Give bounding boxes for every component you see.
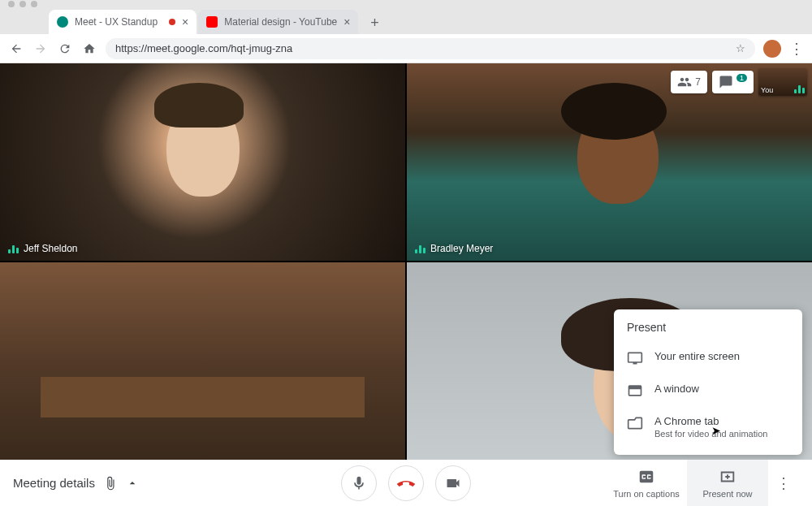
browser-tab[interactable]: Material design - YouTube × — [198, 10, 358, 34]
monitor-icon — [627, 350, 643, 366]
camera-icon — [445, 475, 461, 491]
present-option-entire-screen[interactable]: Your entire screen — [614, 342, 802, 374]
present-now-button[interactable]: Present now — [687, 460, 768, 506]
people-icon — [677, 75, 692, 89]
tab-icon — [627, 415, 643, 431]
present-option-window[interactable]: A window — [614, 374, 802, 407]
hangup-icon — [396, 474, 416, 493]
address-bar[interactable]: https://meet.google.com/hqt-jmug-zna ☆ — [106, 38, 755, 59]
participant-tile[interactable]: Jeff Sheldon — [0, 63, 405, 261]
mute-mic-button[interactable] — [341, 465, 377, 501]
present-menu-title: Present — [614, 321, 802, 342]
hang-up-button[interactable] — [388, 465, 424, 501]
participants-count: 7 — [695, 76, 701, 88]
traffic-light-dot[interactable] — [19, 1, 26, 7]
bookmark-star-icon[interactable]: ☆ — [736, 42, 745, 54]
participant-tile[interactable] — [0, 262, 405, 460]
traffic-light-dot[interactable] — [31, 1, 37, 7]
captions-button[interactable]: Turn on captions — [606, 460, 687, 506]
chat-icon — [719, 75, 733, 89]
profile-avatar[interactable] — [763, 40, 781, 58]
meet-top-overlay: 7 1 You — [671, 68, 807, 96]
meet-favicon-icon — [57, 16, 68, 28]
home-button[interactable] — [81, 41, 97, 57]
meeting-details-button[interactable]: Meeting details — [13, 476, 139, 491]
present-option-chrome-tab[interactable]: A Chrome tab Best for video and animatio… — [614, 407, 802, 447]
chevron-up-icon — [126, 477, 139, 490]
tab-close-icon[interactable]: × — [343, 15, 350, 28]
attachment-icon — [103, 476, 118, 491]
call-controls — [341, 465, 471, 501]
browser-tabstrip: Meet - UX Standup × Material design - Yo… — [0, 8, 812, 34]
speaking-indicator-icon — [8, 244, 19, 253]
speaking-indicator-icon — [415, 244, 425, 253]
participant-name-label: Bradley Meyer — [415, 243, 493, 254]
self-view-thumbnail[interactable]: You — [758, 68, 807, 96]
recording-indicator-icon — [169, 19, 175, 25]
tab-title: Material design - YouTube — [224, 16, 337, 28]
browser-tab-active[interactable]: Meet - UX Standup × — [49, 10, 197, 34]
youtube-favicon-icon — [206, 16, 218, 28]
more-options-button[interactable]: ⋮ — [768, 474, 799, 492]
chat-badge: 1 — [736, 74, 747, 82]
present-menu-popup: Present Your entire screen A window A Ch… — [614, 309, 802, 455]
browser-menu-button[interactable]: ⋮ — [789, 40, 804, 58]
window-icon — [627, 383, 643, 399]
browser-toolbar: https://meet.google.com/hqt-jmug-zna ☆ ⋮ — [0, 34, 812, 63]
camera-button[interactable] — [435, 465, 471, 501]
meet-stage: Jeff Sheldon Bradley Meyer 7 — [0, 63, 812, 460]
participant-name-label: Jeff Sheldon — [8, 243, 78, 254]
new-tab-button[interactable]: + — [365, 13, 384, 32]
traffic-light-dot[interactable] — [8, 1, 15, 7]
closed-caption-icon — [637, 468, 655, 486]
back-button[interactable] — [8, 41, 24, 57]
self-label: You — [761, 86, 773, 94]
url-text: https://meet.google.com/hqt-jmug-zna — [115, 42, 292, 54]
window-titlebar — [0, 0, 812, 8]
tab-close-icon[interactable]: × — [182, 15, 188, 28]
tab-title: Meet - UX Standup — [75, 16, 158, 28]
present-icon — [719, 468, 736, 486]
mic-icon — [351, 475, 367, 491]
speaking-indicator-icon — [794, 84, 805, 93]
participants-button[interactable]: 7 — [671, 71, 707, 93]
chat-button[interactable]: 1 — [712, 71, 754, 93]
reload-button[interactable] — [57, 41, 73, 57]
meet-bottom-bar: Meeting details Turn on captions Present… — [0, 460, 812, 506]
forward-button[interactable] — [32, 41, 49, 57]
